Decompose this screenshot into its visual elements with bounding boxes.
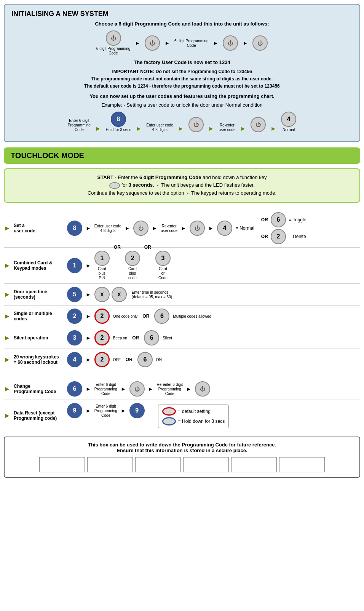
bottom-note: This box can be used to write down the P… (9, 442, 355, 453)
code-box-6[interactable] (279, 457, 325, 472)
prog-arrow-2: ► (121, 386, 126, 392)
factory-note: The factory User Code is now set to 1234 (11, 59, 353, 65)
important-line-3: The default user code is 1234 - therefor… (84, 83, 279, 89)
power-wrap-2: ⏻ (190, 221, 205, 236)
key-8-wrap: 8 (67, 221, 82, 236)
label-combined: Combined Card &Keypad modes (14, 260, 67, 271)
beep-on-label: Beep on (113, 336, 127, 341)
row-combined-card: ► Combined Card &Keypad modes 1 ► 1 Card… (4, 247, 360, 283)
seq-silent: 3 ► 2 Beep on OR 6 Silent (67, 330, 360, 345)
prog-code-bold: 6 digit Programming Code (139, 174, 201, 180)
code-box-5[interactable] (231, 457, 277, 472)
label-lockout: 20 wrong keystrokes= 60 second lockout (14, 354, 67, 365)
card-opt-3: 3 CardorCode (155, 251, 171, 280)
prog-chart-section: ► Set auser code 8 ► Enter user code4-8 … (4, 209, 360, 431)
key-x-2: X (112, 287, 127, 302)
seq-data-reset: 9 ► Enter 6 digitProgrammingCode ► 9 = d… (67, 403, 360, 428)
delete-label: = Delete (289, 234, 306, 239)
init-step-5: ⏻ (252, 35, 268, 51)
oval-ref (109, 182, 120, 189)
init-step-2: ⏻ (145, 35, 160, 51)
or-card-2: OR (144, 245, 151, 250)
key-9-reset-2: 9 (129, 403, 145, 418)
three-secs-bold: 3 seconds. (128, 182, 154, 188)
card-options: 1 CardplusPIN OR 2 Cardpluscode OR 3 Car… (94, 251, 171, 280)
silent-label: Silent (163, 336, 172, 341)
code-box-4[interactable] (183, 457, 229, 472)
ex-power-2: ⏻ (251, 117, 266, 132)
key-2-delete: 2 (271, 229, 286, 244)
one-code-label: One code only (113, 314, 138, 319)
setup-note: You can now set up the user codes and fe… (11, 93, 353, 99)
ex-user-label: Enter user code4-8 digits (146, 123, 173, 132)
init-title: INITIALISING A NEW SYSTEM (11, 10, 353, 18)
codes-arrow: ► (86, 313, 91, 319)
example-step-row: Enter 6 digitProgrammingCode ► 8 Hold fo… (11, 112, 353, 132)
legend-default-text: = default setting (178, 409, 211, 414)
key-1-card: 1 (94, 251, 110, 266)
power-icon-ex-1: ⏻ (188, 117, 204, 132)
ex-key-8: 8 Hold for 3 secs (106, 112, 131, 132)
key-3-silent: 3 (67, 330, 82, 345)
label-door: Door open time(seconds) (14, 289, 67, 300)
key-6-toggle: 6 (271, 212, 286, 227)
prog-arrow-3: ► (148, 386, 153, 392)
legend-block: = default setting = Hold down for 3 secs (158, 405, 229, 428)
code-box-1[interactable] (39, 457, 85, 472)
key-4-grey: 4 (281, 112, 296, 127)
row-change-prog: ► ChangeProgramming Code 6 ► Enter 6 dig… (4, 378, 360, 400)
arrow-lockout: ► (4, 356, 11, 364)
reenter-6digit-text: Re-enter 6 digitProgrammingCode (157, 382, 183, 396)
init-subtitle: Choose a 6 digit Programming Code and lo… (11, 21, 353, 27)
combined-arrow: ► (86, 262, 91, 269)
power-icon-ex-2: ⏻ (251, 117, 266, 132)
row-door-time: ► Door open time(seconds) 5 ► X X Enter … (4, 283, 360, 305)
seq-arrow-1: ► (86, 225, 91, 231)
key-2-card: 2 (125, 251, 140, 266)
ex-arrow-2: ► (136, 125, 142, 132)
key-9-reset: 9 (67, 403, 82, 418)
arrow-2: ► (164, 40, 170, 46)
reset-arrow-1: ► (86, 408, 91, 414)
card-opt-2: 2 Cardpluscode (125, 251, 140, 280)
power-seq-1: ⏻ (133, 221, 148, 236)
seq-arrow-2: ► (125, 225, 130, 231)
or-text-1: OR (261, 217, 268, 222)
reset-main-seq: 9 ► Enter 6 digitProgrammingCode ► 9 (67, 403, 145, 418)
result-4-wrap: 4 (217, 221, 232, 236)
arrow-silent: ► (4, 334, 11, 342)
card-plus-code: Cardpluscode (128, 267, 137, 280)
or-text-2: OR (261, 234, 268, 239)
seq-arrow-5: ► (208, 225, 214, 231)
start-box: START - Enter the 6 digit Programming Co… (4, 168, 360, 203)
ex-step-label: Enter 6 digitProgrammingCode (68, 118, 91, 132)
power-icon-4: ⏻ (252, 35, 268, 51)
start-text: START - Enter the 6 digit Programming Co… (9, 174, 355, 197)
seq-user-code: 8 ► Enter user code4-8 digits ► ⏻ ► Re-e… (67, 212, 360, 244)
arrow-data-reset: ► (4, 412, 11, 420)
power-seq-2: ⏻ (190, 221, 205, 236)
legend-hold-text: = Hold down for 3 secs (178, 419, 225, 424)
code-box-2[interactable] (87, 457, 133, 472)
seq-codes: 2 ► 2 One code only OR 6 Multiple codes … (67, 309, 360, 324)
ex-power-1: ⏻ (188, 117, 204, 132)
legend-hold: = Hold down for 3 secs (162, 417, 225, 425)
power-icon-1: ⏻ (106, 30, 121, 46)
arrow-codes: ► (4, 312, 11, 320)
code-boxes-row (9, 457, 355, 472)
reenter-text: Re-enteruser code (161, 224, 177, 233)
arrow-change-prog: ► (4, 385, 11, 393)
ex-arrow-1: ► (95, 125, 101, 132)
label-change-prog: ChangeProgramming Code (14, 384, 67, 394)
legend-blue-oval (162, 417, 176, 425)
code-box-3[interactable] (135, 457, 181, 472)
init-step-1: ⏻ 6 digit ProgrammingCode (96, 30, 130, 56)
reenter-wrap: Re-enteruser code (161, 223, 177, 233)
important-block: IMPORTANT NOTE: Do not set the Programmi… (11, 68, 353, 90)
silent-arrow: ► (86, 335, 91, 341)
card-or-code: CardorCode (158, 267, 168, 280)
arrow-user-code: ► (4, 224, 11, 232)
enter-user-text: Enter user code4-8 digits (94, 224, 121, 233)
or-toggle-line: OR 6 = Toggle (260, 212, 307, 227)
label-data-reset: Data Reset (exceptProgramming code) (14, 410, 67, 421)
